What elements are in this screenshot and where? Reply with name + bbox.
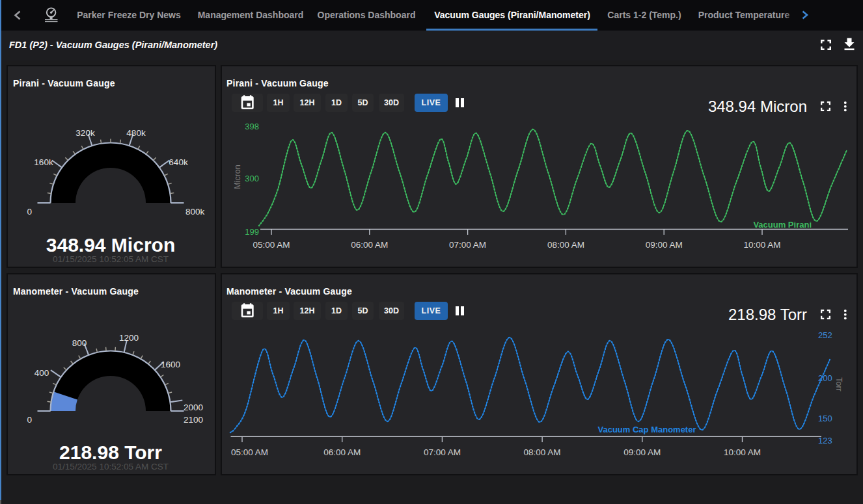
svg-text:252: 252	[818, 330, 832, 340]
svg-text:09:00 AM: 09:00 AM	[646, 240, 683, 250]
svg-text:09:00 AM: 09:00 AM	[623, 447, 661, 457]
svg-text:10:00 AM: 10:00 AM	[743, 240, 780, 250]
svg-text:199: 199	[245, 227, 259, 237]
svg-text:07:00 AM: 07:00 AM	[424, 447, 461, 457]
svg-text:06:00 AM: 06:00 AM	[323, 447, 361, 457]
svg-text:150: 150	[818, 414, 832, 423]
svg-text:05:00 AM: 05:00 AM	[231, 447, 268, 457]
svg-text:Vacuum Cap Manometer: Vacuum Cap Manometer	[598, 425, 696, 434]
svg-text:08:00 AM: 08:00 AM	[547, 240, 584, 250]
svg-text:08:00 AM: 08:00 AM	[524, 447, 561, 457]
svg-text:123: 123	[818, 436, 832, 445]
svg-text:Vacuum Pirani: Vacuum Pirani	[753, 220, 812, 230]
svg-text:05:00 AM: 05:00 AM	[253, 240, 290, 250]
svg-text:300: 300	[245, 174, 259, 183]
svg-text:Micron: Micron	[233, 165, 242, 189]
svg-text:398: 398	[245, 122, 259, 131]
svg-text:Torr: Torr	[834, 377, 843, 391]
svg-text:10:00 AM: 10:00 AM	[724, 447, 761, 457]
svg-text:06:00 AM: 06:00 AM	[351, 240, 388, 250]
svg-text:07:00 AM: 07:00 AM	[449, 240, 486, 250]
